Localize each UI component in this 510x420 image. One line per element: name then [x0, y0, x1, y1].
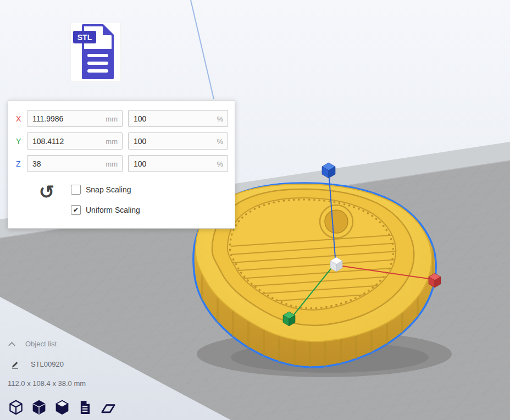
stl-file-icon: STL	[70, 22, 121, 82]
object-row: STL00920	[11, 360, 64, 369]
snap-scaling-checkbox[interactable]	[71, 185, 81, 195]
object-list-toggle[interactable]: Object list	[8, 340, 57, 348]
scale-row-z: Z mm %	[16, 155, 228, 172]
view-toolbar	[7, 398, 118, 417]
plane-tilted-icon	[100, 399, 117, 416]
stl-icon-label: STL	[77, 33, 92, 42]
reset-scale-button[interactable]: ↺	[35, 180, 59, 204]
pencil-icon[interactable]	[11, 360, 20, 369]
scale-x-percent-input[interactable]	[128, 110, 228, 127]
cube-solid-icon	[31, 399, 47, 416]
snap-scaling-label[interactable]: Snap Scaling	[86, 185, 131, 194]
scale-y-percent-input[interactable]	[128, 132, 228, 150]
uniform-scaling-checkbox[interactable]: ✔	[71, 205, 81, 215]
scale-row-y: Y mm %	[16, 132, 228, 150]
scale-x-size-input[interactable]	[27, 110, 123, 127]
cube-wireframe-icon	[8, 399, 24, 416]
uniform-scaling-option[interactable]: ✔ Uniform Scaling	[71, 205, 140, 215]
view-button-2[interactable]	[30, 398, 48, 417]
view-button-4[interactable]	[76, 398, 95, 417]
application-window: STL X mm % Y mm %	[0, 0, 510, 420]
scale-tool-panel: X mm % Y mm % Z mm	[8, 100, 235, 229]
object-name: STL00920	[31, 360, 64, 368]
model-circle-hole	[325, 210, 348, 233]
model-dimensions-readout: 112.0 x 108.4 x 38.0 mm	[8, 379, 86, 388]
snap-scaling-option[interactable]: Snap Scaling	[71, 184, 131, 195]
scale-row-x: X mm %	[16, 110, 228, 127]
axis-x-label: X	[16, 114, 27, 123]
scale-z-percent-input[interactable]	[128, 155, 228, 172]
stl-file-icon-graphic: STL	[71, 23, 120, 81]
view-button-1[interactable]	[7, 398, 25, 417]
cube-half-icon	[54, 399, 70, 416]
document-sheet-icon	[77, 399, 93, 416]
uniform-scaling-label[interactable]: Uniform Scaling	[86, 206, 140, 214]
axis-z-label: Z	[16, 159, 27, 168]
scale-y-size-input[interactable]	[27, 132, 123, 150]
object-list-label: Object list	[25, 340, 57, 348]
axis-y-label: Y	[16, 137, 27, 146]
scale-z-size-input[interactable]	[27, 155, 123, 172]
chevron-up-icon	[8, 341, 16, 347]
view-button-3[interactable]	[53, 398, 71, 417]
view-button-5[interactable]	[99, 398, 118, 417]
